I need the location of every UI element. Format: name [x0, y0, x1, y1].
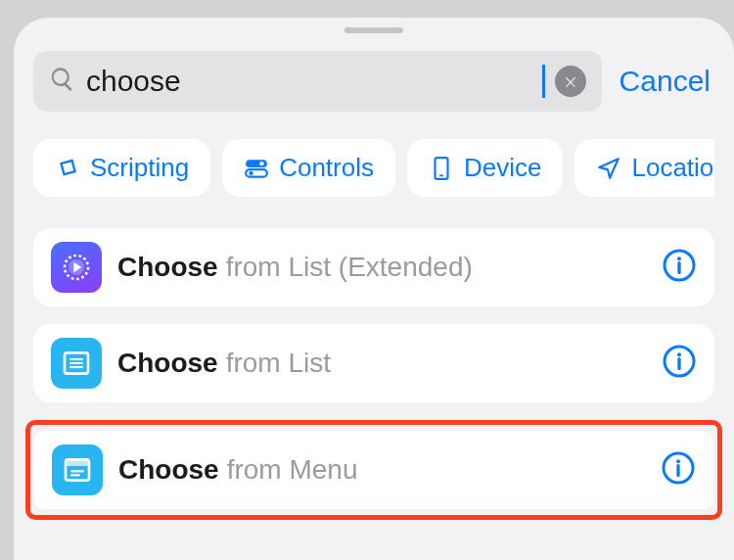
search-row: choose Cancel — [33, 51, 714, 112]
svg-point-3 — [250, 170, 253, 174]
search-icon — [49, 66, 76, 97]
toggle-icon — [244, 156, 269, 181]
result-card[interactable]: Choose from List — [33, 324, 714, 402]
category-row[interactable]: Scripting Controls Device Location — [33, 139, 714, 197]
location-arrow-icon — [596, 156, 621, 181]
result-match-text: Choose — [117, 348, 218, 379]
svg-point-2 — [259, 161, 263, 164]
cancel-button[interactable]: Cancel — [619, 65, 714, 98]
sheet-handle[interactable] — [344, 27, 403, 33]
search-input[interactable]: choose — [86, 65, 545, 98]
category-label: Controls — [279, 153, 374, 183]
category-controls[interactable]: Controls — [222, 139, 395, 197]
action-search-sheet: choose Cancel Scripting Controls Device — [14, 18, 734, 560]
tag-icon — [55, 156, 80, 181]
result-card[interactable]: Choose from List (Extended) — [33, 228, 714, 306]
info-button[interactable] — [661, 450, 696, 490]
result-card[interactable]: Choose from Menu — [34, 431, 713, 509]
result-rest-text: from Menu — [227, 454, 358, 486]
phone-icon — [429, 156, 454, 181]
result-rest-text: from List (Extended) — [226, 252, 473, 283]
result-item-choose-list: Choose from List — [33, 324, 714, 402]
svg-rect-19 — [66, 459, 89, 466]
svg-rect-5 — [439, 174, 443, 176]
svg-point-9 — [677, 257, 681, 260]
clear-search-button[interactable] — [555, 66, 586, 97]
svg-point-16 — [677, 352, 681, 356]
svg-rect-0 — [246, 160, 267, 167]
category-label: Device — [464, 153, 541, 183]
menu-icon — [52, 444, 103, 495]
category-device[interactable]: Device — [407, 139, 563, 197]
category-label: Location — [631, 153, 714, 183]
result-title: Choose from List — [117, 348, 646, 379]
result-title: Choose from Menu — [118, 454, 645, 486]
category-label: Scripting — [90, 153, 189, 183]
result-match-text: Choose — [118, 454, 219, 486]
result-item-choose-menu: Choose from Menu — [25, 420, 722, 520]
search-field[interactable]: choose — [33, 51, 602, 112]
gear-play-icon — [51, 242, 102, 293]
result-title: Choose from List (Extended) — [117, 252, 646, 283]
result-item-choose-list-extended: Choose from List (Extended) — [33, 228, 714, 306]
result-rest-text: from List — [226, 348, 331, 379]
info-button[interactable] — [662, 344, 697, 383]
category-location[interactable]: Location — [574, 139, 714, 197]
list-icon — [51, 338, 102, 389]
result-match-text: Choose — [117, 252, 218, 283]
info-button[interactable] — [662, 248, 697, 287]
category-scripting[interactable]: Scripting — [33, 139, 210, 197]
svg-point-23 — [676, 459, 680, 463]
